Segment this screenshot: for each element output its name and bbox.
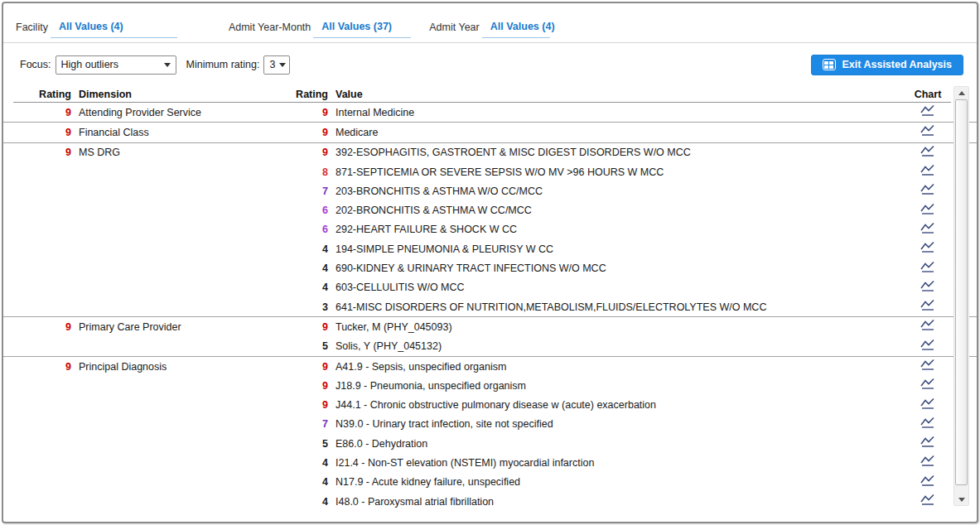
table-row: 5 Solis, Y (PHY_045132) xyxy=(13,337,951,356)
value-label: J18.9 - Pneumonia, unspecified organism xyxy=(328,380,905,392)
filter-facility-value[interactable]: All Values (4) xyxy=(51,21,177,38)
value-label: J44.1 - Chronic obstructive pulmonary di… xyxy=(328,399,905,411)
chart-button[interactable] xyxy=(920,145,935,157)
group-rating: 9 xyxy=(13,127,71,138)
filter-facility-label: Facility xyxy=(16,22,48,38)
value-rating: 7 xyxy=(288,185,328,197)
header-dimension: Dimension xyxy=(71,89,288,100)
value-rating: 9 xyxy=(288,127,328,138)
line-chart-icon xyxy=(920,319,935,331)
filter-admit-year-month-label: Admit Year-Month xyxy=(229,22,311,38)
table-row: 4 I21.4 - Non-ST elevation (NSTEMI) myoc… xyxy=(13,453,951,472)
table-row: 3 641-MISC DISORDERS OF NUTRITION,METABO… xyxy=(13,297,951,316)
table-row: 9 MS DRG 9 392-ESOPHAGITIS, GASTROENT & … xyxy=(13,143,951,162)
minimum-rating-label: Minimum rating: xyxy=(186,59,260,70)
line-chart-icon xyxy=(920,222,935,234)
table-row: 4 I48.0 - Paroxysmal atrial fibrillation xyxy=(13,492,951,511)
minimum-rating-select-value: 3 xyxy=(269,59,275,70)
line-chart-icon xyxy=(920,164,935,176)
line-chart-icon xyxy=(920,436,935,448)
table-row: 7 203-BRONCHITIS & ASTHMA W/O CC/MCC xyxy=(13,181,951,200)
dimension-group: 9 Financial Class 9 Medicare xyxy=(3,123,977,142)
chart-button[interactable] xyxy=(920,299,935,311)
value-label: Solis, Y (PHY_045132) xyxy=(328,340,905,352)
dimension-label: Primary Care Provider xyxy=(71,321,288,333)
table-row: 4 690-KIDNEY & URINARY TRACT INFECTIONS … xyxy=(13,258,951,277)
chart-button[interactable] xyxy=(920,261,935,273)
table-row: 4 N17.9 - Acute kidney failure, unspecif… xyxy=(13,473,951,492)
table-row: 4 603-CELLULITIS W/O MCC xyxy=(13,278,951,297)
chart-button[interactable] xyxy=(920,417,935,429)
value-rating: 4 xyxy=(288,476,328,488)
line-chart-icon xyxy=(920,397,935,410)
chart-button[interactable] xyxy=(920,104,935,117)
dimension-group: 9 Attending Provider Service 9 Internal … xyxy=(3,103,977,123)
header-value: Value xyxy=(328,89,905,100)
value-label: E86.0 - Dehydration xyxy=(328,438,905,450)
chart-button[interactable] xyxy=(920,164,935,176)
value-label: 871-SEPTICEMIA OR SEVERE SEPSIS W/O MV >… xyxy=(328,166,905,178)
exit-assisted-analysis-button[interactable]: Exit Assisted Analysis xyxy=(811,55,963,75)
chart-button[interactable] xyxy=(920,397,935,410)
line-chart-icon xyxy=(920,104,935,117)
table-row: 6 202-BRONCHITIS & ASTHMA W CC/MCC xyxy=(13,200,951,219)
line-chart-icon xyxy=(920,417,935,429)
chart-button[interactable] xyxy=(920,474,935,487)
scroll-up-button[interactable] xyxy=(954,87,968,99)
line-chart-icon xyxy=(920,474,935,487)
chart-button[interactable] xyxy=(920,359,935,371)
filter-admit-year-value[interactable]: All Values (4) xyxy=(482,21,550,38)
value-label: N17.9 - Acute kidney failure, unspecifie… xyxy=(328,476,905,488)
dimension-group: 9 Principal Diagnosis 9 A41.9 - Sepsis, … xyxy=(3,357,977,511)
value-rating: 4 xyxy=(288,457,328,469)
scrollbar-track[interactable] xyxy=(954,99,968,494)
minimum-rating-select[interactable]: 3 xyxy=(263,55,290,75)
chart-button[interactable] xyxy=(920,494,935,506)
value-rating: 8 xyxy=(288,166,328,178)
value-rating: 4 xyxy=(288,496,328,508)
value-label: I48.0 - Paroxysmal atrial fibrillation xyxy=(328,496,905,508)
value-label: 203-BRONCHITIS & ASTHMA W/O CC/MCC xyxy=(328,185,905,197)
chart-button[interactable] xyxy=(920,339,935,351)
chart-button[interactable] xyxy=(920,222,935,234)
value-label: 202-BRONCHITIS & ASTHMA W CC/MCC xyxy=(328,205,905,216)
group-rating: 9 xyxy=(13,147,71,158)
filter-admit-year-month-value[interactable]: All Values (37) xyxy=(313,21,411,38)
focus-select[interactable]: High outliers xyxy=(56,55,176,75)
scroll-down-button[interactable] xyxy=(954,494,968,505)
vertical-scrollbar[interactable] xyxy=(953,86,969,506)
chart-button[interactable] xyxy=(920,378,935,390)
chart-button[interactable] xyxy=(920,319,935,331)
triangle-up-icon xyxy=(958,91,965,95)
dimension-label: Financial Class xyxy=(71,127,288,138)
table-row: 7 N39.0 - Urinary tract infection, site … xyxy=(13,415,951,434)
scrollbar-thumb[interactable] xyxy=(955,99,968,485)
chart-button[interactable] xyxy=(920,203,935,215)
table-row: 9 Attending Provider Service 9 Internal … xyxy=(13,103,951,122)
value-rating: 3 xyxy=(288,301,328,313)
chart-button[interactable] xyxy=(920,183,935,195)
chevron-down-icon xyxy=(164,63,171,67)
line-chart-icon xyxy=(920,145,935,157)
chart-button[interactable] xyxy=(920,241,935,253)
value-rating: 4 xyxy=(288,243,328,255)
line-chart-icon xyxy=(920,261,935,273)
line-chart-icon xyxy=(920,494,935,506)
chart-button[interactable] xyxy=(920,280,935,292)
chart-button[interactable] xyxy=(920,124,935,137)
value-label: Tucker, M (PHY_045093) xyxy=(328,321,905,333)
table-row: 6 292-HEART FAILURE & SHOCK W CC xyxy=(13,220,951,239)
value-rating: 4 xyxy=(288,282,328,293)
dimension-label: MS DRG xyxy=(71,147,288,158)
chart-button[interactable] xyxy=(920,436,935,448)
line-chart-icon xyxy=(920,241,935,253)
chart-button[interactable] xyxy=(920,455,935,467)
line-chart-icon xyxy=(920,203,935,215)
group-rating: 9 xyxy=(13,361,71,373)
table-row: 9 Financial Class 9 Medicare xyxy=(13,123,951,142)
value-rating: 6 xyxy=(288,205,328,216)
table-row: 8 871-SEPTICEMIA OR SEVERE SEPSIS W/O MV… xyxy=(13,162,951,181)
filter-admit-year-label: Admit Year xyxy=(429,22,479,38)
value-rating: 5 xyxy=(288,340,328,352)
analysis-table: Rating Dimension Rating Value Chart 9 At… xyxy=(3,86,977,511)
